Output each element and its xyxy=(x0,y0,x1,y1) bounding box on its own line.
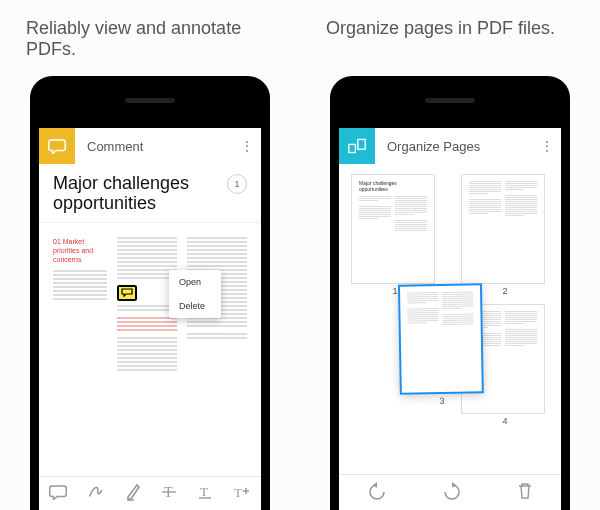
doc-title-line2: opportunities xyxy=(53,194,193,214)
page-thumbnail[interactable]: 2 xyxy=(461,174,549,296)
divider xyxy=(39,222,261,223)
overflow-menu-icon[interactable]: ⋮ xyxy=(533,138,561,154)
svg-text:T: T xyxy=(200,484,208,499)
text-block xyxy=(187,333,247,339)
page-thumbnail-dragging[interactable]: 3 xyxy=(398,283,484,406)
bottom-toolbar: T T T xyxy=(39,476,261,510)
text-block xyxy=(117,305,177,311)
organize-pages-icon[interactable] xyxy=(339,128,375,164)
section-heading: 01 Market priorities and concerns xyxy=(53,237,103,264)
thumb-label: 3 xyxy=(400,395,484,406)
text-block xyxy=(53,270,107,300)
toolbar: Organize Pages ⋮ xyxy=(339,128,561,164)
toolbar-title: Comment xyxy=(75,139,233,154)
menu-item-open[interactable]: Open xyxy=(169,270,221,294)
statusbar xyxy=(39,120,261,128)
bottom-toolbar xyxy=(339,474,561,510)
phone-speaker xyxy=(425,98,475,103)
phone-comment: Comment ⋮ 1 Major challenges opportuniti… xyxy=(30,76,270,510)
thumb-label: 4 xyxy=(461,416,549,426)
document-view[interactable]: 1 Major challenges opportunities 01 Mark… xyxy=(39,164,261,474)
page-number-badge: 1 xyxy=(227,174,247,194)
menu-item-delete[interactable]: Delete xyxy=(169,294,221,318)
highlighted-text[interactable] xyxy=(117,317,177,331)
freehand-icon[interactable] xyxy=(87,483,105,505)
phone-speaker xyxy=(125,98,175,103)
statusbar xyxy=(339,120,561,128)
strikethrough-icon[interactable]: T xyxy=(161,484,177,504)
doc-title-line1: Major challenges xyxy=(53,174,193,194)
toolbar: Comment ⋮ xyxy=(39,128,261,164)
highlight-icon[interactable] xyxy=(125,483,141,505)
page-thumbnail[interactable]: Major challenges opportunities 1 xyxy=(351,174,439,296)
delete-icon[interactable] xyxy=(517,482,533,504)
caption-right: Organize pages in PDF files. xyxy=(280,18,580,60)
caption-left: Reliably view and annotate PDFs. xyxy=(26,18,280,60)
speech-bubble-icon[interactable] xyxy=(39,128,75,164)
svg-text:T: T xyxy=(234,485,242,500)
text-block xyxy=(117,337,177,371)
overflow-menu-icon[interactable]: ⋮ xyxy=(233,138,261,154)
svg-rect-6 xyxy=(358,139,365,149)
rotate-left-icon[interactable] xyxy=(367,482,387,504)
underline-icon[interactable]: T xyxy=(197,484,213,504)
text-block xyxy=(117,237,177,279)
phone-organize: Organize Pages ⋮ Major challenges opport… xyxy=(330,76,570,510)
context-menu: Open Delete xyxy=(169,270,221,318)
svg-rect-5 xyxy=(349,144,356,152)
add-text-icon[interactable]: T xyxy=(233,484,251,504)
speech-bubble-icon[interactable] xyxy=(49,484,67,504)
sticky-note-annotation[interactable] xyxy=(117,285,137,301)
toolbar-title: Organize Pages xyxy=(375,139,533,154)
thumb-doc-title: Major challenges opportunities xyxy=(359,181,407,192)
rotate-right-icon[interactable] xyxy=(442,482,462,504)
